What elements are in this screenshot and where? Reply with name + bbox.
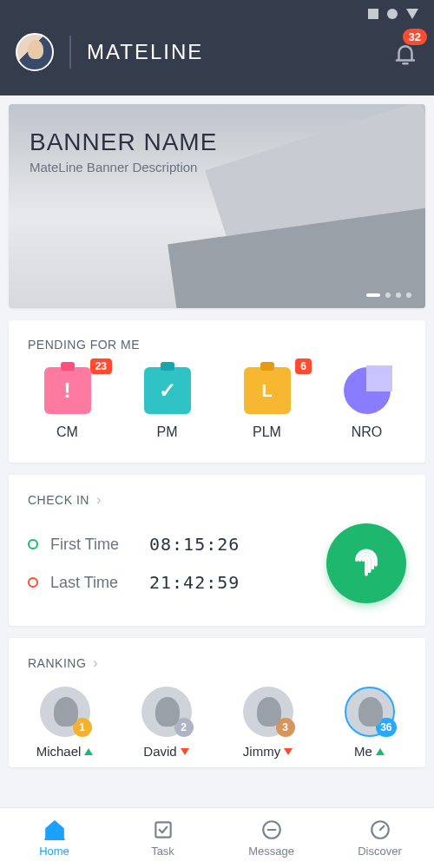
clipboard-alert-icon: ! [44, 367, 91, 414]
clipboard-time-icon: L [244, 367, 291, 414]
app-header: MATELINE 32 [0, 0, 434, 95]
main-content: BANNER NAME MateLine Banner Description … [0, 95, 434, 807]
pending-title-text: PENDING FOR ME [28, 338, 140, 352]
rank-badge: 36 [376, 718, 396, 737]
notification-badge: 32 [403, 29, 427, 45]
checkin-first-value: 08:15:26 [149, 534, 240, 555]
pending-label: PLM [253, 424, 281, 440]
pending-badge: 23 [90, 358, 112, 374]
status-circle-icon [387, 9, 398, 19]
checkin-last-row: Last Time 21:42:59 [28, 563, 309, 602]
pending-item-nro[interactable]: NRO [317, 367, 417, 440]
app-title: MATELINE [87, 40, 203, 64]
nav-label: Message [248, 845, 294, 858]
nav-home[interactable]: Home [0, 808, 108, 868]
pending-label: NRO [352, 424, 383, 440]
checkin-last-label: Last Time [50, 574, 137, 592]
ranking-item[interactable]: 3 Jimmy [217, 687, 319, 759]
trend-down-icon [181, 748, 189, 755]
rank-name: Michael [36, 744, 82, 759]
rank-badge: 3 [276, 718, 295, 737]
rank-avatar: 3 [243, 687, 293, 737]
rank-avatar: 2 [141, 687, 192, 737]
message-icon [260, 819, 283, 841]
status-square-icon [368, 9, 378, 19]
pending-label: PM [157, 424, 178, 440]
notifications-button[interactable]: 32 [392, 37, 418, 67]
status-triangle-icon [406, 9, 418, 19]
pie-chart-icon [344, 367, 391, 414]
banner-subtitle: MateLine Banner Description [30, 160, 197, 174]
nav-discover[interactable]: Discover [326, 808, 434, 868]
ranking-item[interactable]: 1 Michael [14, 687, 115, 759]
banner-title: BANNER NAME [30, 128, 217, 156]
carousel-dots[interactable] [366, 293, 411, 298]
nav-label: Task [151, 845, 174, 858]
nav-label: Home [39, 845, 69, 858]
ranking-item-me[interactable]: 36 Me [319, 687, 420, 759]
checkin-first-row: First Time 08:15:26 [28, 525, 309, 563]
rank-name: David [143, 744, 176, 759]
status-dot-icon [28, 577, 38, 588]
status-dot-icon [28, 539, 38, 549]
checkin-last-value: 21:42:59 [149, 572, 240, 593]
clipboard-check-icon: ✓ [144, 367, 191, 414]
rank-badge: 2 [174, 718, 194, 737]
svg-rect-2 [155, 822, 170, 837]
trend-up-icon [376, 748, 385, 755]
fingerprint-button[interactable] [326, 523, 406, 603]
ranking-card: RANKING › 1 Michael 2 David 3 Jimmy 36 M… [9, 638, 425, 767]
rank-avatar: 36 [345, 687, 395, 737]
trend-up-icon [84, 748, 93, 755]
pending-label: CM [56, 424, 78, 440]
pending-badge: 6 [295, 358, 312, 374]
home-icon [43, 819, 66, 841]
fingerprint-icon [347, 544, 385, 582]
nav-label: Discover [358, 845, 402, 858]
banner-card[interactable]: BANNER NAME MateLine Banner Description [9, 104, 425, 308]
trend-down-icon [284, 748, 293, 755]
ranking-header[interactable]: RANKING › [9, 638, 425, 687]
checkin-first-label: First Time [50, 536, 137, 554]
checkin-title-text: CHECK IN [28, 493, 89, 507]
ranking-item[interactable]: 2 David [115, 687, 217, 759]
task-icon [152, 819, 174, 841]
pending-card: PENDING FOR ME 23 ! CM ✓ PM 6 L PLM NRO [9, 320, 425, 463]
checkin-card: CHECK IN › First Time 08:15:26 Last Time… [9, 475, 425, 626]
status-indicators [368, 9, 418, 19]
header-divider [69, 36, 71, 69]
rank-avatar: 1 [40, 687, 90, 737]
nav-message[interactable]: Message [217, 808, 326, 868]
rank-name: Jimmy [243, 744, 280, 759]
bottom-nav: Home Task Message Discover [0, 807, 434, 868]
rank-name: Me [354, 744, 372, 759]
pending-item-pm[interactable]: ✓ PM [117, 367, 217, 440]
chevron-right-icon: › [96, 492, 102, 508]
pending-title: PENDING FOR ME [9, 320, 425, 367]
pending-item-plm[interactable]: 6 L PLM [217, 367, 317, 440]
checkin-header[interactable]: CHECK IN › [9, 475, 425, 523]
user-avatar[interactable] [16, 33, 54, 71]
ranking-title-text: RANKING [28, 656, 86, 670]
nav-task[interactable]: Task [108, 808, 217, 868]
discover-icon [369, 819, 391, 841]
chevron-right-icon: › [93, 655, 98, 671]
svg-line-6 [380, 826, 384, 830]
pending-item-cm[interactable]: 23 ! CM [17, 367, 117, 440]
rank-badge: 1 [73, 718, 92, 737]
